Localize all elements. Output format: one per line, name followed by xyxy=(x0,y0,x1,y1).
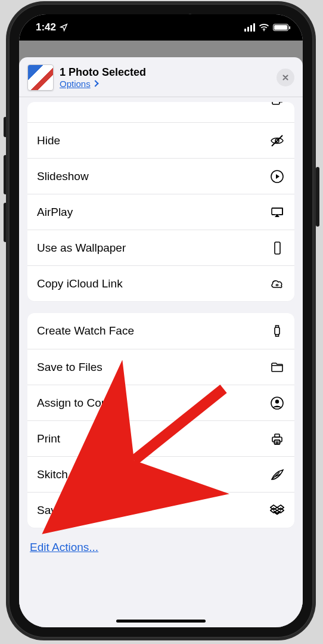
action-label: Slideshow xyxy=(37,170,269,183)
cloud-link-icon xyxy=(269,276,285,292)
options-link[interactable]: Options xyxy=(60,79,98,89)
edit-actions-link[interactable]: Edit Actions... xyxy=(30,541,98,554)
status-time: 1:42 xyxy=(36,21,56,33)
action-label: Print xyxy=(37,432,269,445)
volume-down-button[interactable] xyxy=(4,203,7,242)
feather-icon xyxy=(269,467,285,482)
iphone-icon xyxy=(269,240,285,256)
volume-up-button[interactable] xyxy=(4,155,7,194)
duplicate-icon xyxy=(269,102,285,107)
svg-rect-1 xyxy=(272,102,279,104)
svg-rect-4 xyxy=(272,208,282,215)
close-icon xyxy=(281,73,290,82)
action-skitch[interactable]: Skitch xyxy=(27,456,294,492)
svg-rect-5 xyxy=(275,242,280,254)
person-circle-icon xyxy=(269,395,285,411)
action-print[interactable]: Print xyxy=(27,420,294,456)
action-label: Skitch xyxy=(37,468,269,481)
action-group-1: Duplicate Hide Slideshow xyxy=(27,102,294,301)
action-label: Save to Dropbox xyxy=(37,504,269,517)
share-sheet: 1 Photo Selected Options Duplicate xyxy=(19,57,303,627)
printer-icon xyxy=(269,431,285,447)
battery-icon xyxy=(273,24,288,31)
svg-point-8 xyxy=(275,400,279,403)
selected-photo-thumbnail[interactable] xyxy=(27,64,54,91)
side-power-button[interactable] xyxy=(316,167,319,227)
action-hide[interactable]: Hide xyxy=(27,122,294,158)
action-label: Hide xyxy=(37,134,269,147)
location-arrow-icon xyxy=(60,23,68,32)
phone-frame: 1:42 1 Photo Selected Options xyxy=(8,4,313,638)
wifi-icon xyxy=(259,23,269,32)
svg-point-0 xyxy=(263,30,265,31)
action-label: Assign to Contact xyxy=(37,397,269,410)
svg-rect-10 xyxy=(275,434,279,437)
action-use-as-wallpaper[interactable]: Use as Wallpaper xyxy=(27,230,294,265)
airplay-icon xyxy=(269,205,285,220)
action-label: Use as Wallpaper xyxy=(37,242,269,255)
action-assign-to-contact[interactable]: Assign to Contact xyxy=(27,385,294,420)
play-circle-icon xyxy=(269,169,285,184)
dropbox-icon xyxy=(269,503,285,518)
action-label: Save to Files xyxy=(37,361,269,374)
watch-icon xyxy=(269,323,285,339)
action-create-watch-face[interactable]: Create Watch Face xyxy=(27,313,294,349)
action-save-to-dropbox[interactable]: Save to Dropbox xyxy=(27,492,294,528)
action-duplicate[interactable]: Duplicate xyxy=(27,102,294,122)
action-label: Create Watch Face xyxy=(37,324,269,338)
sheet-title: 1 Photo Selected xyxy=(60,66,271,79)
silent-switch[interactable] xyxy=(4,117,7,137)
status-bar: 1:42 xyxy=(19,14,303,41)
home-indicator[interactable] xyxy=(116,620,206,623)
cell-signal-icon xyxy=(244,23,256,32)
action-copy-icloud-link[interactable]: Copy iCloud Link xyxy=(27,265,294,301)
action-group-2: Create Watch Face Save to Files Assign t… xyxy=(27,313,294,528)
svg-rect-6 xyxy=(275,327,279,335)
action-slideshow[interactable]: Slideshow xyxy=(27,158,294,194)
screen: 1:42 1 Photo Selected Options xyxy=(19,14,303,627)
action-save-to-files[interactable]: Save to Files xyxy=(27,349,294,385)
action-airplay[interactable]: AirPlay xyxy=(27,194,294,230)
action-label: Copy iCloud Link xyxy=(37,277,269,290)
folder-icon xyxy=(269,360,285,375)
sheet-header: 1 Photo Selected Options xyxy=(19,57,303,97)
eye-slash-icon xyxy=(269,133,285,148)
close-button[interactable] xyxy=(277,69,294,86)
action-label: AirPlay xyxy=(37,206,269,219)
